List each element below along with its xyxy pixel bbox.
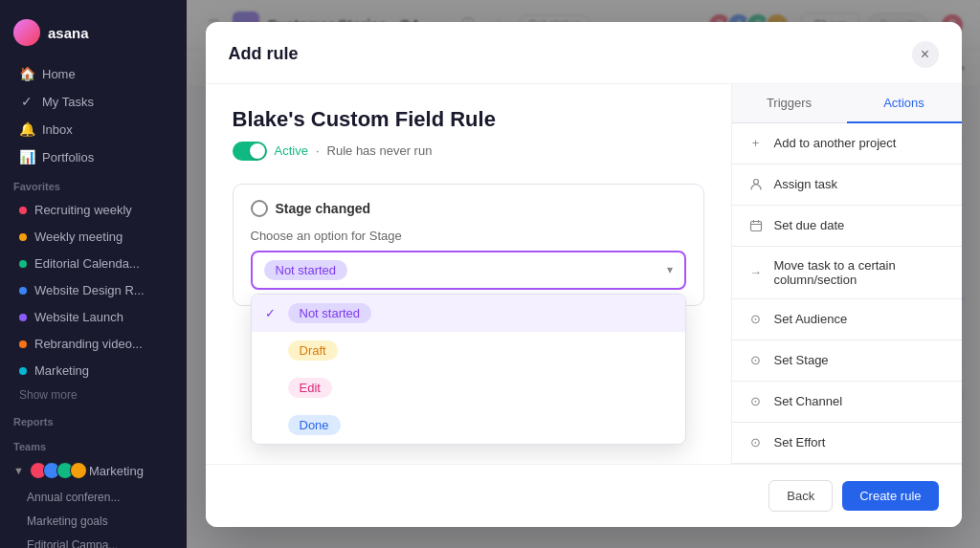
option-tag: Edit — [288, 378, 332, 398]
sidebar-item-label: Recruiting weekly — [34, 203, 132, 217]
reports-section-title: Reports — [0, 406, 187, 431]
action-label: Set Stage — [774, 353, 829, 367]
dropdown-item-edit[interactable]: Edit — [252, 369, 685, 406]
app-name: asana — [48, 25, 89, 41]
action-set-channel[interactable]: ⊙ Set Channel — [732, 382, 962, 423]
dot-icon — [19, 314, 27, 321]
action-label: Set due date — [774, 218, 845, 232]
option-tag: Not started — [288, 303, 372, 323]
trigger-header: Stage changed — [251, 200, 686, 217]
modal-title: Add rule — [229, 44, 912, 64]
calendar-icon — [747, 217, 765, 234]
modal-close-button[interactable]: × — [912, 41, 939, 68]
sidebar-sub-item-1[interactable]: Marketing goals — [6, 510, 181, 533]
modal-overlay[interactable]: Add rule × Blake's Custom Field Rule Act… — [187, 0, 980, 548]
sidebar-item-label: Editorial Calenda... — [34, 256, 140, 271]
sidebar-item-fav-4[interactable]: Website Launch — [6, 304, 181, 330]
sidebar-item-fav-2[interactable]: Editorial Calenda... — [6, 251, 181, 276]
sidebar-item-fav-0[interactable]: Recruiting weekly — [6, 197, 181, 223]
back-button[interactable]: Back — [768, 480, 833, 512]
avatar — [70, 462, 87, 479]
action-label: Set Channel — [774, 394, 843, 408]
sidebar-sub-item-2[interactable]: Editorial Campa... — [6, 534, 181, 548]
dropdown-item-done[interactable]: Done — [252, 406, 685, 444]
action-set-due-date[interactable]: Set due date — [732, 206, 962, 247]
circle-icon: ⊙ — [747, 311, 765, 328]
rule-title: Blake's Custom Field Rule — [233, 107, 704, 132]
sidebar-team-marketing[interactable]: ▼ Marketing — [0, 456, 187, 485]
add-rule-modal: Add rule × Blake's Custom Field Rule Act… — [206, 22, 962, 527]
sidebar-item-label: Weekly meeting — [34, 230, 122, 244]
main-content: ☰ Customer Stories - Q4 ▾ ⓘ ☆ Set status… — [187, 0, 980, 548]
arrow-right-icon: → — [747, 264, 765, 281]
modal-header: Add rule × — [206, 22, 962, 84]
action-assign-task[interactable]: Assign task — [732, 164, 962, 206]
trigger-card: Stage changed Choose an option for Stage… — [233, 184, 704, 306]
selected-option-tag: Not started — [264, 260, 348, 280]
dropdown-item-draft[interactable]: Draft — [252, 332, 685, 369]
action-label: Move task to a certain column/section — [774, 258, 947, 287]
action-label: Set Effort — [774, 435, 826, 449]
sidebar-item-label: Marketing — [34, 363, 89, 378]
create-rule-button[interactable]: Create rule — [842, 481, 938, 511]
sidebar-item-label: Inbox — [42, 122, 73, 137]
status-desc: Rule has never run — [327, 143, 433, 158]
sidebar-item-fav-6[interactable]: Marketing — [6, 358, 181, 384]
sidebar-item-label: Portfolios — [42, 150, 94, 164]
teams-section-title: Teams — [0, 431, 187, 456]
check-icon: ✓ — [19, 94, 34, 109]
sidebar-item-label: My Tasks — [42, 95, 94, 109]
sidebar-item-portfolios[interactable]: 📊 Portfolios — [6, 143, 181, 170]
modal-body: Blake's Custom Field Rule Active · Rule … — [206, 84, 962, 464]
action-set-effort[interactable]: ⊙ Set Effort — [732, 423, 962, 464]
sidebar-sub-item-label: Editorial Campa... — [27, 538, 118, 548]
dropdown-arrow-icon: ▾ — [667, 263, 673, 276]
dot-icon — [19, 287, 27, 295]
inbox-icon: 🔔 — [19, 121, 34, 137]
sidebar-item-fav-1[interactable]: Weekly meeting — [6, 224, 181, 250]
sidebar-item-label: Website Launch — [34, 310, 123, 324]
action-label: Add to another project — [774, 136, 897, 150]
sidebar-item-inbox[interactable]: 🔔 Inbox — [6, 116, 181, 142]
dot-icon — [19, 207, 27, 214]
sidebar-item-fav-3[interactable]: Website Design R... — [6, 277, 181, 303]
sidebar-sub-item-label: Annual conferen... — [27, 491, 120, 504]
stage-dropdown[interactable]: Not started ▾ ✓ Not started — [251, 251, 686, 290]
option-tag: Draft — [288, 340, 338, 361]
portfolios-icon: 📊 — [19, 149, 34, 164]
active-toggle[interactable] — [233, 142, 267, 161]
team-name: Marketing — [89, 464, 144, 478]
dropdown-selected[interactable]: Not started ▾ — [251, 251, 686, 290]
action-set-stage[interactable]: ⊙ Set Stage — [732, 340, 962, 382]
action-set-audience[interactable]: ⊙ Set Audience — [732, 299, 962, 340]
sidebar-item-my-tasks[interactable]: ✓ My Tasks — [6, 88, 181, 115]
action-move-task[interactable]: → Move task to a certain column/section — [732, 247, 962, 299]
modal-right-panel: Triggers Actions + Add to another projec… — [732, 84, 962, 464]
dot-icon — [19, 367, 27, 375]
sidebar: asana 🏠 Home ✓ My Tasks 🔔 Inbox 📊 Portfo… — [0, 0, 187, 548]
home-icon: 🏠 — [19, 66, 34, 81]
action-add-project[interactable]: + Add to another project — [732, 123, 962, 164]
dropdown-menu: ✓ Not started Draft Edit — [251, 294, 686, 445]
status-divider: · — [316, 143, 320, 158]
svg-rect-1 — [750, 221, 761, 230]
circle-icon: ⊙ — [747, 434, 765, 451]
show-more-link[interactable]: Show more — [6, 384, 181, 406]
action-label: Assign task — [774, 177, 837, 191]
sidebar-sub-item-0[interactable]: Annual conferen... — [6, 486, 181, 509]
dropdown-item-not-started[interactable]: ✓ Not started — [252, 295, 685, 332]
sidebar-item-fav-5[interactable]: Rebranding video... — [6, 331, 181, 357]
svg-point-0 — [753, 179, 758, 184]
trigger-choose-label: Choose an option for Stage — [251, 229, 686, 243]
team-avatar-group — [30, 462, 83, 479]
circle-icon: ⊙ — [747, 393, 765, 410]
action-label: Set Audience — [774, 312, 848, 326]
tab-actions[interactable]: Actions — [847, 84, 962, 123]
tab-triggers[interactable]: Triggers — [732, 84, 847, 122]
sidebar-item-label: Website Design R... — [34, 283, 145, 297]
dot-icon — [19, 233, 27, 241]
sidebar-item-home[interactable]: 🏠 Home — [6, 60, 181, 87]
sidebar-item-label: Rebranding video... — [34, 337, 143, 351]
asana-logo-icon — [13, 19, 40, 46]
sidebar-item-label: Home — [42, 67, 76, 81]
